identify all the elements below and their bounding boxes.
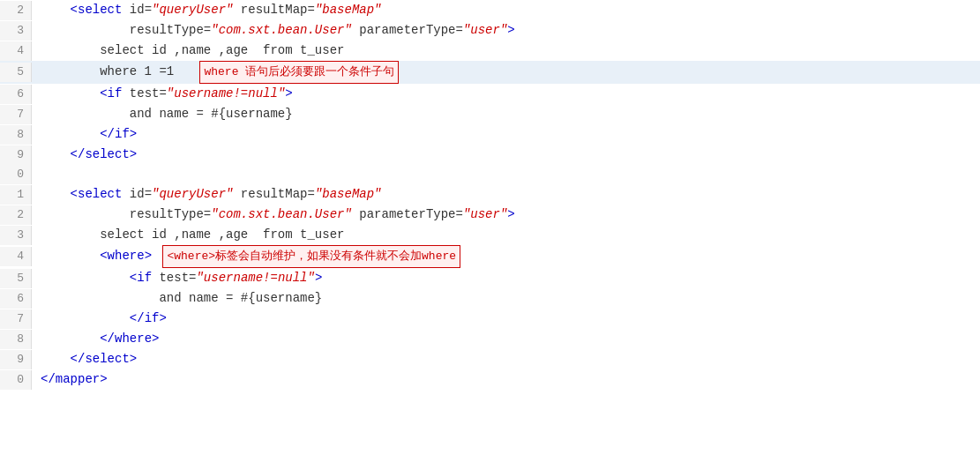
tag-where-open: <where> bbox=[100, 249, 152, 263]
line-b2-10: 0 </mapper> bbox=[0, 369, 980, 390]
line-2: 2 <select id="queryUser" resultMap="base… bbox=[0, 0, 980, 20]
attr-resultmap2: "baseMap" bbox=[315, 187, 382, 201]
line-b2-8: 8 </where> bbox=[0, 329, 980, 349]
tag-endmapper: </mapper> bbox=[41, 372, 108, 386]
line-number: 2 bbox=[0, 1, 32, 20]
annotation-where-tag: <where>标签会自动维护，如果没有条件就不会加where bbox=[162, 245, 460, 268]
line-number: 4 bbox=[0, 247, 32, 266]
line-b2-2: 2 resultType="com.sxt.bean.User" paramet… bbox=[0, 205, 980, 225]
line-b2-6: 6 and name = #{username} bbox=[0, 288, 980, 309]
line-content: and name = #{username} bbox=[32, 288, 322, 308]
line-8: 8 </if> bbox=[0, 124, 980, 145]
line-content: </if> bbox=[32, 124, 137, 144]
line-number: 3 bbox=[0, 226, 32, 245]
tag-close-if: > bbox=[285, 86, 292, 101]
line-number: 6 bbox=[0, 85, 32, 104]
tag-if: <if bbox=[100, 86, 122, 101]
line-b2-5: 5 <if test="username!=null"> bbox=[0, 268, 980, 288]
line-5-highlighted: 5 where 1 =1 where 语句后必须要跟一个条件子句 bbox=[0, 61, 980, 84]
tag-close-bracket2: > bbox=[507, 207, 514, 221]
tag-open: <select bbox=[71, 3, 123, 17]
line-number: 5 bbox=[0, 63, 32, 82]
tag-close-bracket: > bbox=[507, 23, 514, 37]
line-10: 0 bbox=[0, 165, 980, 184]
tag-open2: <select bbox=[71, 187, 123, 201]
attr-resulttype: "com.sxt.bean.User" bbox=[211, 23, 352, 37]
line-content: <where> <where>标签会自动维护，如果没有条件就不会加where bbox=[32, 245, 460, 268]
tag-endselect2: </select> bbox=[71, 352, 138, 366]
line-number: 9 bbox=[0, 145, 32, 165]
tag-if2: <if bbox=[130, 271, 152, 285]
line-number: 8 bbox=[0, 330, 32, 349]
line-6: 6 <if test="username!=null"> bbox=[0, 84, 980, 104]
line-number: 8 bbox=[0, 125, 32, 145]
line-content: </mapper> bbox=[32, 369, 108, 389]
line-number: 1 bbox=[0, 185, 32, 205]
line-content: <if test="username!=null"> bbox=[32, 268, 322, 287]
line-content: select id ,name ,age from t_user bbox=[32, 225, 344, 244]
attr-paramtype: "user" bbox=[463, 23, 507, 37]
line-content: </select> bbox=[32, 145, 137, 164]
attr-resulttype2: "com.sxt.bean.User" bbox=[211, 207, 352, 221]
line-9: 9 </select> bbox=[0, 145, 980, 165]
line-content: </select> bbox=[32, 349, 137, 369]
line-content: <select id="queryUser" resultMap="baseMa… bbox=[32, 0, 382, 19]
line-number: 0 bbox=[0, 370, 32, 390]
tag-endselect: </select> bbox=[71, 147, 138, 161]
tag-endif: </if> bbox=[100, 127, 137, 141]
tag-close-if2: > bbox=[315, 271, 322, 285]
attr-resultmap: "baseMap" bbox=[315, 3, 382, 17]
line-b2-7: 7 </if> bbox=[0, 309, 980, 329]
line-number: 2 bbox=[0, 205, 32, 225]
line-content: select id ,name ,age from t_user bbox=[32, 41, 344, 60]
attr-id2: "queryUser" bbox=[152, 187, 233, 201]
code-editor: 2 <select id="queryUser" resultMap="base… bbox=[0, 0, 980, 462]
line-number: 7 bbox=[0, 309, 32, 329]
line-b2-1: 1 <select id="queryUser" resultMap="base… bbox=[0, 184, 980, 205]
line-content: <select id="queryUser" resultMap="baseMa… bbox=[32, 184, 382, 204]
annotation-where: where 语句后必须要跟一个条件子句 bbox=[199, 61, 399, 84]
line-content: </if> bbox=[32, 309, 167, 328]
line-content: resultType="com.sxt.bean.User" parameter… bbox=[32, 20, 515, 40]
line-content: <if test="username!=null"> bbox=[32, 84, 293, 103]
attr-id: "queryUser" bbox=[152, 3, 233, 17]
line-7: 7 and name = #{username} bbox=[0, 104, 980, 124]
line-3: 3 resultType="com.sxt.bean.User" paramet… bbox=[0, 20, 980, 41]
line-number: 3 bbox=[0, 21, 32, 41]
line-content: resultType="com.sxt.bean.User" parameter… bbox=[32, 205, 515, 224]
attr-paramtype2: "user" bbox=[463, 207, 507, 221]
line-b2-9: 9 </select> bbox=[0, 349, 980, 369]
tag-where-close: </where> bbox=[100, 332, 159, 346]
line-content: and name = #{username} bbox=[32, 104, 293, 123]
line-number: 0 bbox=[0, 165, 32, 184]
line-number: 4 bbox=[0, 41, 32, 61]
line-4: 4 select id ,name ,age from t_user bbox=[0, 41, 980, 61]
line-number: 7 bbox=[0, 105, 32, 124]
tag-endif2: </if> bbox=[130, 311, 167, 325]
line-number: 6 bbox=[0, 289, 32, 309]
attr-test2: "username!=null" bbox=[196, 271, 314, 285]
line-content: where 1 =1 where 语句后必须要跟一个条件子句 bbox=[32, 61, 399, 84]
line-b2-4: 4 <where> <where>标签会自动维护，如果没有条件就不会加where bbox=[0, 245, 980, 268]
line-content: </where> bbox=[32, 329, 159, 348]
line-b2-3: 3 select id ,name ,age from t_user bbox=[0, 225, 980, 245]
line-number: 5 bbox=[0, 269, 32, 288]
line-number: 9 bbox=[0, 350, 32, 369]
attr-test: "username!=null" bbox=[167, 86, 285, 101]
